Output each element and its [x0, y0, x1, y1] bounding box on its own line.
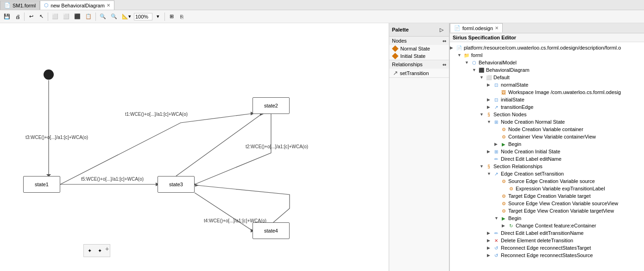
tree-item[interactable]: ▼▶Begin	[450, 214, 644, 222]
tree-toggle[interactable]: ▶	[487, 238, 492, 243]
tree-item-label: Node Creation Variable container	[507, 126, 644, 132]
palette-header: Palette ▷	[389, 23, 449, 37]
tree-toggle[interactable]: ▶	[494, 142, 500, 146]
tree-toggle[interactable]: ▼	[480, 164, 485, 169]
tree-item[interactable]: ▶↻Change Context feature:eContainer	[450, 222, 644, 229]
tree-content: ▶📄platform:/resource/com.uwaterloo.cs.fo…	[450, 42, 644, 271]
tree-item[interactable]: ✏Direct Edit Label editName	[450, 155, 644, 163]
palette-normal-state[interactable]: Normal State	[389, 45, 449, 52]
tree-toggle[interactable]: ▶	[487, 231, 492, 235]
tree-item[interactable]: ⚙Source Edge Creation Variable source	[450, 177, 644, 185]
tree-item[interactable]: ▶▶Begin	[450, 140, 644, 148]
copy-button[interactable]: 📋	[83, 12, 94, 22]
zoom-input[interactable]: 100%	[134, 13, 152, 20]
tree-toggle[interactable]: ▶	[487, 82, 492, 87]
tree-item[interactable]: ▶⊡initialState	[450, 96, 644, 103]
tree-item[interactable]: ▶↺Reconnect Edge reconnectStatesSource	[450, 252, 644, 259]
tree-toggle[interactable]: ▼	[472, 68, 478, 72]
tree-toggle[interactable]: ▼	[487, 171, 492, 176]
palette-section-relationships-header[interactable]: Relationships ⇔	[389, 60, 449, 69]
tree-item[interactable]: ▶↺Reconnect Edge reconnectStatesTarget	[450, 244, 644, 252]
tree-toggle[interactable]: ▼	[480, 112, 485, 117]
tree-item[interactable]: ⚙Target Edge View Creation Variable targ…	[450, 207, 644, 214]
tree-toggle[interactable]: ▼	[465, 60, 470, 65]
snap-toolbar: ✦ ✦ +	[83, 244, 110, 257]
palette-initial-state[interactable]: Initial State	[389, 52, 449, 60]
zoom-dropdown-button[interactable]: 📐▾	[120, 12, 133, 22]
tree-item-label: Change Context feature:eContainer	[515, 223, 644, 228]
tree-item-label: initialState	[500, 97, 644, 102]
tree-toggle[interactable]: ▶	[487, 97, 492, 102]
tree-item[interactable]: 🖼Workspace Image /com.uwaterloo.cs.forml…	[450, 88, 644, 96]
tree-toggle[interactable]: ▼	[457, 53, 463, 57]
tree-item-label: forml	[470, 52, 644, 58]
tree-icon: ⚙	[500, 178, 507, 184]
cursor-button[interactable]: ↖	[37, 12, 46, 22]
tree-item[interactable]: ▶⊞Node Creation Initial State	[450, 148, 644, 155]
set-transition-icon: ↗	[393, 69, 398, 76]
layout-button[interactable]: ⬛	[72, 12, 82, 22]
tree-item[interactable]: ⚙Source Edge View Creation Variable sour…	[450, 200, 644, 207]
tree-toggle[interactable]: ▶	[450, 45, 455, 50]
state4-node[interactable]: state4	[253, 222, 290, 239]
tab-sm1[interactable]: 📄 SM1.forml	[0, 0, 40, 10]
tree-item-label: Source Edge View Creation Variable sourc…	[507, 201, 644, 206]
tree-item[interactable]: ▼📁forml	[450, 51, 644, 59]
state1-node[interactable]: state1	[23, 176, 60, 193]
tree-icon: ⬜	[485, 74, 492, 81]
tree-item[interactable]: ⚙Target Edge Creation Variable target	[450, 192, 644, 200]
svg-marker-9	[195, 184, 199, 187]
palette-collapse-button[interactable]: ▷	[437, 25, 446, 35]
tree-item[interactable]: ▼⊞Node Creation Normal State	[450, 118, 644, 126]
tree-toggle[interactable]: ▶	[502, 223, 507, 228]
undo-button[interactable]: ↩	[26, 12, 36, 22]
tree-toggle[interactable]: ▼	[480, 75, 485, 80]
sep2	[48, 13, 48, 21]
zoom-arrow-button[interactable]: ▾	[153, 12, 163, 22]
tree-toggle[interactable]: ▼	[487, 120, 492, 124]
zoom-in-button[interactable]: 🔍	[98, 12, 108, 22]
tree-item[interactable]: ▼⬜Default	[450, 74, 644, 81]
grid-button[interactable]: ⊞	[167, 12, 176, 22]
tree-item[interactable]: ▶↗transitionEdge	[450, 103, 644, 111]
tree-icon: 🖼	[500, 89, 507, 95]
tree-item[interactable]: ⚙Container View Variable containerView	[450, 133, 644, 140]
snap-button[interactable]: ✦	[85, 246, 94, 256]
tab-behavioral[interactable]: ⬡ new BehavioralDiagram ✕	[40, 0, 114, 10]
state2-node[interactable]: state2	[253, 97, 290, 114]
tree-tab-close[interactable]: ✕	[495, 25, 499, 31]
tree-icon: 📁	[463, 52, 470, 58]
tree-item[interactable]: ▶✕Delete Element deleteTransition	[450, 237, 644, 244]
tree-item[interactable]: ⚙Node Creation Variable container	[450, 126, 644, 133]
tree-item[interactable]: ▼⬡BehavioralModel	[450, 59, 644, 66]
tree-tab-odesign[interactable]: 📄 forml.odesign ✕	[450, 23, 503, 32]
tree-item[interactable]: ▶✏Direct Edit Label editTransitionName	[450, 229, 644, 237]
save-button[interactable]: 💾	[2, 12, 12, 22]
tree-toggle[interactable]: ▶	[487, 105, 492, 109]
tree-item-label: Container View Variable containerView	[507, 134, 644, 139]
palette-section-nodes-header[interactable]: Nodes ⇔	[389, 37, 449, 45]
grid-snap-button[interactable]: ✦	[95, 246, 104, 256]
diagram-panel[interactable]: t1:WCE()+o[...]/a1:[c]+WCA(o) t2:WCE()+o…	[0, 23, 389, 271]
arrange-button[interactable]: ⬜	[61, 12, 71, 22]
tree-toggle[interactable]: ▶	[487, 246, 492, 250]
tab-behavioral-close[interactable]: ✕	[107, 3, 110, 8]
tree-item[interactable]: ▶⊡normalState	[450, 81, 644, 88]
select-all-button[interactable]: ⬜	[50, 12, 60, 22]
tree-item[interactable]: ▶📄platform:/resource/com.uwaterloo.cs.fo…	[450, 44, 644, 51]
tree-toggle[interactable]: ▼	[494, 216, 500, 221]
normal-state-label: Normal State	[400, 46, 430, 51]
tree-item[interactable]: ⚙Expression Variable expTransitionLabel	[450, 185, 644, 192]
zoom-out-button[interactable]: 🔍	[109, 12, 119, 22]
tree-toggle[interactable]: ▶	[487, 149, 492, 154]
tree-icon: ⚙	[500, 133, 507, 140]
tree-item[interactable]: ▼§Section Nodes	[450, 111, 644, 118]
tree-item[interactable]: ▼⬛BehavioralDiagram	[450, 66, 644, 74]
palette-set-transition[interactable]: ↗ setTransition	[389, 69, 449, 77]
tree-toggle[interactable]: ▶	[487, 253, 492, 258]
tree-item[interactable]: ▼↗Edge Creation setTransition	[450, 170, 644, 177]
state3-node[interactable]: state3	[158, 176, 195, 193]
tree-item[interactable]: ▼§Section Relationships	[450, 163, 644, 170]
print-button[interactable]: 🖨	[13, 12, 22, 22]
export-button[interactable]: ⎘	[177, 12, 186, 22]
